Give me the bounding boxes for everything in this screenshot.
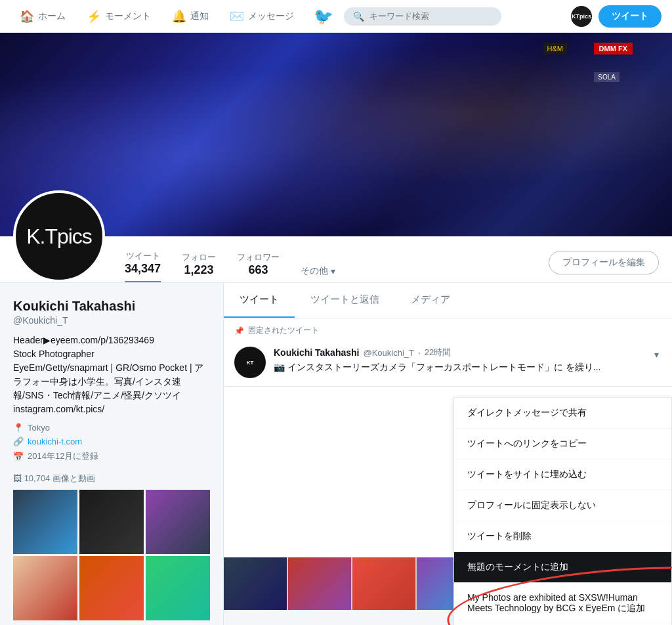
profile-area: DMM FX H&M SOLA K.Tpics ツイート 34,347 フォロー… — [0, 33, 672, 625]
top-nav: 🏠 ホーム ⚡ モーメント 🔔 通知 ✉️ メッセージ 🐦 🔍 KTpics ツ… — [0, 0, 672, 33]
tab-tweets[interactable]: ツイート — [224, 283, 295, 318]
cover-photo: DMM FX H&M SOLA — [0, 33, 672, 236]
media-thumb-3[interactable] — [146, 490, 210, 554]
joindate-item: 📅 2014年12月に登録 — [13, 450, 210, 462]
stat-followers-label: フォロワー — [237, 251, 280, 263]
tweet-tabs: ツイート ツイートと返信 メディア — [224, 283, 672, 318]
dropdown-unpin[interactable]: プロフィールに固定表示しない — [454, 490, 671, 521]
avatar-text: K.Tpics — [26, 225, 92, 249]
stat-following[interactable]: フォロー 1,223 — [182, 251, 216, 282]
profile-bio: Header▶eyeem.com/p/136293469 Stock Photo… — [13, 334, 210, 416]
link-icon: 🔗 — [13, 437, 24, 446]
sign-dmm: DMM FX — [594, 43, 633, 54]
pin-icon: 📌 — [234, 326, 244, 335]
stat-followers-value: 663 — [249, 263, 268, 277]
edit-profile-button[interactable]: プロフィールを編集 — [549, 251, 659, 274]
home-icon: 🏠 — [20, 9, 34, 24]
media-strip-3[interactable] — [352, 557, 415, 610]
media-count-text: 10,704 画像と動画 — [24, 473, 95, 483]
stat-followers[interactable]: フォロワー 663 — [237, 251, 280, 282]
media-thumb-1[interactable] — [13, 490, 77, 554]
nav-notifications[interactable]: 🔔 通知 — [163, 0, 218, 33]
media-thumb-5[interactable] — [79, 556, 144, 620]
calendar-icon: 📅 — [13, 452, 24, 462]
tab-media[interactable]: メディア — [395, 283, 466, 318]
moments-icon: ⚡ — [87, 9, 101, 24]
other-menu[interactable]: その他 ▾ — [301, 265, 335, 282]
tweet-avatar: KT — [234, 347, 266, 378]
dropdown-copy-link[interactable]: ツイートへのリンクをコピー — [454, 429, 671, 460]
profile-stats: ツイート 34,347 フォロー 1,223 フォロワー 663 その他 ▾ — [105, 242, 549, 282]
dropdown-embed[interactable]: ツイートをサイトに埋め込む — [454, 460, 671, 490]
bio-line3: EyeEm/Getty/snapmart | GR/Osmo Pocket | … — [13, 361, 210, 416]
pinned-text: 固定されたツイート — [248, 325, 319, 336]
stat-tweets-label: ツイート — [126, 250, 160, 262]
tweet-more-button[interactable]: ▾ — [652, 347, 662, 378]
tweet-button[interactable]: ツイート — [598, 5, 662, 28]
nav-moments[interactable]: ⚡ モーメント — [77, 0, 160, 33]
tweet-body: Koukichi Takahashi @Koukichi_T · 22時間 📷 … — [274, 347, 652, 378]
main-content: Koukichi Takahashi @Koukichi_T Header▶ey… — [0, 283, 672, 625]
profile-avatar: K.Tpics — [13, 190, 105, 282]
stat-following-label: フォロー — [182, 251, 216, 263]
nav-messages-label: メッセージ — [248, 11, 294, 22]
nav-home[interactable]: 🏠 ホーム — [10, 0, 75, 33]
media-thumb-6[interactable] — [146, 556, 210, 620]
profile-handle: @Koukichi_T — [13, 315, 210, 326]
left-sidebar: Koukichi Takahashi @Koukichi_T Header▶ey… — [0, 283, 223, 625]
dropdown-add-moment[interactable]: 無題のモーメントに追加 — [454, 552, 671, 583]
sign-sola: SOLA — [594, 72, 620, 82]
profile-lower: K.Tpics ツイート 34,347 フォロー 1,223 フォロワー 663… — [0, 236, 672, 283]
join-date-text: 2014年12月に登録 — [28, 450, 98, 462]
media-count: 🖼 10,704 画像と動画 — [13, 473, 210, 485]
media-thumb-4[interactable] — [13, 556, 77, 620]
location-item: 📍 Tokyo — [13, 423, 210, 433]
search-box: 🔍 — [344, 7, 501, 26]
media-grid — [13, 490, 210, 620]
dropdown-menu: ダイレクトメッセージで共有 ツイートへのリンクをコピー ツイートをサイトに埋め込… — [453, 397, 672, 625]
twitter-logo[interactable]: 🐦 — [314, 7, 333, 26]
mail-icon: ✉️ — [230, 9, 244, 24]
media-thumb-2[interactable] — [79, 490, 144, 554]
pinned-label: 📌 固定されたツイート — [224, 318, 672, 339]
website-link[interactable]: koukichi-t.com — [28, 437, 82, 446]
tweet-time: 22時間 — [425, 347, 451, 358]
nav-items: 🏠 ホーム ⚡ モーメント 🔔 通知 ✉️ メッセージ 🐦 🔍 — [10, 0, 564, 33]
bio-line2: Stock Photographer — [13, 347, 210, 361]
dropdown-share-dm[interactable]: ダイレクトメッセージで共有 — [454, 398, 671, 429]
profile-meta: 📍 Tokyo 🔗 koukichi-t.com 📅 2014年12月に登録 — [13, 423, 210, 462]
tweet-area: 📌 固定されたツイート KT Koukichi Takahashi @Kouki… — [224, 318, 672, 610]
bio-line1: Header▶eyeem.com/p/136293469 — [13, 334, 210, 347]
cover-overlay — [0, 33, 672, 236]
search-icon: 🔍 — [353, 11, 364, 22]
tweet-header: Koukichi Takahashi @Koukichi_T · 22時間 — [274, 347, 652, 358]
nav-notifications-label: 通知 — [190, 11, 209, 22]
media-strip-1[interactable] — [224, 557, 287, 610]
nav-messages[interactable]: ✉️ メッセージ — [220, 0, 303, 33]
nav-avatar-text: KTpics — [572, 13, 591, 20]
other-label: その他 — [301, 265, 328, 277]
nav-avatar[interactable]: KTpics — [571, 6, 592, 27]
profile-info-row: K.Tpics ツイート 34,347 フォロー 1,223 フォロワー 663… — [0, 236, 672, 282]
edit-profile-btn: プロフィールを編集 — [549, 251, 659, 282]
dropdown-add-sxsw[interactable]: My Photos are exhibited at SXSW!Human Me… — [454, 583, 671, 624]
media-count-icon: 🖼 — [13, 473, 22, 483]
bell-icon: 🔔 — [172, 9, 186, 24]
location-icon: 📍 — [13, 423, 24, 433]
nav-home-label: ホーム — [38, 11, 66, 22]
media-strip-2[interactable] — [288, 557, 351, 610]
search-input[interactable] — [369, 11, 492, 21]
tab-tweets-replies[interactable]: ツイートと返信 — [295, 283, 395, 318]
stat-following-value: 1,223 — [184, 263, 214, 277]
tweet-row: KT Koukichi Takahashi @Koukichi_T · 22時間… — [224, 339, 672, 387]
tweet-text: 📷 インスタストーリーズカメラ「フォーカスポートレートモード」に を繰り... — [274, 361, 652, 374]
tweet-author-name: Koukichi Takahashi — [274, 347, 359, 358]
profile-name: Koukichi Takahashi — [13, 299, 210, 314]
sign-hm: H&M — [543, 43, 567, 54]
nav-moments-label: モーメント — [105, 11, 151, 22]
location-text: Tokyo — [28, 423, 50, 433]
stat-tweets[interactable]: ツイート 34,347 — [125, 250, 161, 282]
dropdown-delete[interactable]: ツイートを削除 — [454, 521, 671, 552]
website-item[interactable]: 🔗 koukichi-t.com — [13, 437, 210, 446]
tweet-author-handle: @Koukichi_T — [363, 348, 414, 358]
